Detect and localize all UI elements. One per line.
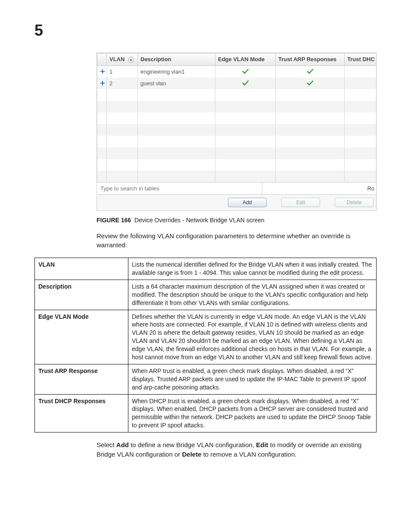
grid-col-description[interactable]: Description [138, 53, 215, 66]
delete-button[interactable]: Delete [335, 198, 374, 207]
grid-button-row: Add Edit Delete [97, 195, 376, 210]
definition-desc: Lists a 64 character maximum description… [128, 280, 377, 310]
row-description: guest vlan [138, 78, 215, 89]
row-trust-dhcp [345, 78, 377, 89]
grid-col-addmarker[interactable] [97, 53, 107, 66]
grid-col-vlan-label: VLAN [109, 56, 125, 62]
row-trust-arp [276, 65, 345, 78]
row-add-icon[interactable] [97, 78, 107, 89]
edit-button[interactable]: Edit [281, 198, 320, 207]
empty-row [97, 147, 377, 159]
definition-term: Edge VLAN Mode [35, 310, 128, 364]
definition-desc: Defines whether the VLAN is currently in… [128, 310, 377, 364]
definition-term: Description [35, 280, 128, 310]
row-trust-dhcp [345, 65, 377, 78]
definition-row: Trust ARP ResponseWhen ARP trust is enab… [35, 364, 377, 394]
empty-row [97, 159, 377, 171]
definitions-table: VLANLists the numerical identifier defin… [34, 258, 377, 432]
row-edge-mode [215, 78, 276, 89]
figure-title: Device Overrides - Network Bridge VLAN s… [134, 217, 265, 224]
empty-row [97, 112, 377, 124]
definition-desc: When ARP trust is enabled, a green check… [128, 364, 377, 394]
kw-delete: Delete [182, 451, 201, 458]
row-description: engineering vlan1 [138, 65, 215, 78]
grid-row-count-hint: Ro [262, 183, 376, 194]
vlan-row[interactable]: 2guest vlan [97, 78, 377, 89]
row-vlan-id: 2 [107, 78, 138, 89]
empty-row [97, 136, 377, 147]
empty-row [97, 89, 377, 101]
svg-rect-3 [100, 83, 105, 84]
row-edge-mode [215, 65, 276, 78]
definition-row: Trust DHCP ResponsesWhen DHCP trust is e… [35, 394, 377, 432]
sort-asc-icon[interactable]: ▲ [128, 57, 134, 63]
row-trust-arp [276, 78, 345, 89]
add-button[interactable]: Add [228, 198, 267, 207]
grid-col-trust-arp[interactable]: Trust ARP Responses [276, 53, 345, 66]
svg-rect-1 [100, 71, 105, 72]
figure-caption: FIGURE 166 Device Overrides - Network Br… [97, 217, 377, 224]
definition-row: Edge VLAN ModeDefines whether the VLAN i… [35, 310, 377, 364]
definition-row: DescriptionLists a 64 character maximum … [35, 280, 377, 310]
kw-add: Add [116, 441, 129, 448]
vlan-row[interactable]: 1engineering vlan1 [97, 65, 377, 78]
empty-row [97, 124, 377, 136]
definition-row: VLANLists the numerical identifier defin… [35, 258, 377, 280]
definition-desc: Lists the numerical identifier defined f… [128, 258, 377, 280]
definition-term: Trust ARP Response [35, 364, 128, 394]
chapter-number: 5 [34, 22, 377, 40]
grid-col-edge-mode[interactable]: Edge VLAN Mode [215, 53, 276, 66]
row-add-icon[interactable] [97, 65, 107, 78]
figure-label: FIGURE 166 [97, 217, 131, 224]
kw-edit: Edit [256, 441, 268, 448]
grid-col-vlan[interactable]: VLAN ▲ [107, 53, 138, 66]
definition-term: VLAN [35, 258, 128, 280]
empty-row [97, 101, 377, 112]
grid-search-input[interactable] [97, 183, 262, 194]
intro-paragraph: Review the following VLAN configuration … [97, 231, 377, 250]
row-vlan-id: 1 [107, 65, 138, 78]
closing-paragraph: Select Add to define a new Bridge VLAN c… [97, 440, 377, 459]
empty-row [97, 171, 377, 182]
definition-desc: When DHCP trust is enabled, a green chec… [128, 394, 377, 432]
vlan-grid: VLAN ▲ Description Edge VLAN Mode Trust … [97, 53, 377, 182]
grid-col-trust-dhcp[interactable]: Trust DHC [345, 53, 377, 66]
definition-term: Trust DHCP Responses [35, 394, 128, 432]
vlan-grid-screenshot: VLAN ▲ Description Edge VLAN Mode Trust … [97, 53, 377, 211]
